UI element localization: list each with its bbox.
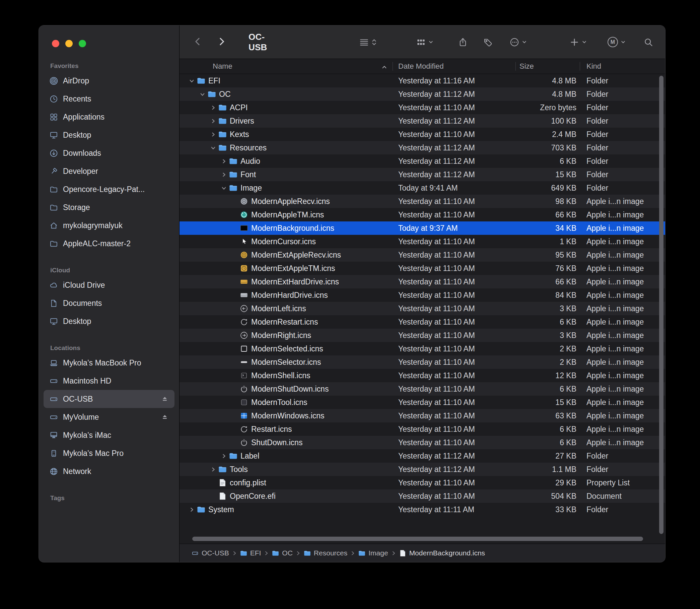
column-header-kind[interactable]: Kind [580,59,665,74]
close-button[interactable] [52,40,59,47]
column-header-date-modified[interactable]: Date Modified [392,59,515,74]
sidebar-item-applealc-master-2[interactable]: AppleALC-master-2 [43,234,175,253]
file-row-modernwindows-icns[interactable]: ModernWindows.icnsYesterday at 11:10 AM6… [179,409,665,422]
sidebar-item-downloads[interactable]: Downloads [43,144,175,162]
column-header-size[interactable]: Size [515,59,580,74]
tags-button[interactable] [483,37,493,47]
file-row-modernselected-icns[interactable]: ModernSelected.icnsYesterday at 11:10 AM… [179,342,665,355]
file-row-modernrestart-icns[interactable]: ModernRestart.icnsYesterday at 11:10 AM6… [179,315,665,329]
disk-icon [49,377,58,385]
zoom-button[interactable] [79,40,86,47]
file-row-oc[interactable]: OCYesterday at 11:12 AM4.8 MBFolder [179,87,665,101]
sidebar-item-mykola-s-macbook-pro[interactable]: Mykola’s MacBook Pro [43,354,175,372]
eject-icon[interactable] [160,413,169,421]
minimize-button[interactable] [65,40,73,47]
path-item-efi[interactable]: EFI [240,549,261,557]
file-row-shutdown-icns[interactable]: ShutDown.icnsYesterday at 11:10 AM6 KBAp… [179,436,665,449]
disclosure-triangle[interactable] [219,185,228,191]
path-item-modernbackground-icns[interactable]: ModernBackground.icns [399,549,485,557]
file-kind: Property List [580,476,665,489]
disclosure-triangle[interactable] [208,132,218,137]
file-row-opencore-efi[interactable]: OpenCore.efiYesterday at 11:10 AM504 KBD… [179,489,665,503]
sidebar-item-mykolagrymalyuk[interactable]: mykolagrymalyuk [43,216,175,234]
column-header-name[interactable]: Name [179,59,392,74]
file-row-modernapplerecv-icns[interactable]: ModernAppleRecv.icnsYesterday at 11:10 A… [179,195,665,208]
disclosure-triangle[interactable] [208,467,218,472]
sidebar-item-applications[interactable]: Applications [43,108,175,126]
folder-fill-icon [304,550,311,557]
sidebar-item-icloud-drive[interactable]: iCloud Drive [43,276,175,294]
file-row-moderncursor-icns[interactable]: ModernCursor.icnsYesterday at 11:10 AM1 … [179,235,665,248]
search-button[interactable] [644,37,653,47]
path-item-resources[interactable]: Resources [304,549,347,557]
file-kind: Folder [580,154,665,168]
disclosure-triangle[interactable] [187,78,196,84]
file-row-image[interactable]: ImageToday at 9:41 AM649 KBFolder [179,181,665,195]
file-size: 76 KB [515,262,580,275]
file-row-kexts[interactable]: KextsYesterday at 11:10 AM2.4 MBFolder [179,128,665,141]
disclosure-triangle[interactable] [187,507,196,512]
file-row-font[interactable]: FontYesterday at 11:12 AM15 KBFolder [179,168,665,181]
file-row-modernextharddrive-icns[interactable]: ModernExtHardDrive.icnsYesterday at 11:1… [179,275,665,289]
disclosure-triangle[interactable] [219,453,228,459]
disclosure-triangle[interactable] [208,145,218,151]
file-row-system[interactable]: SystemYesterday at 11:11 AM33 KBFolder [179,503,665,516]
sidebar-item-storage[interactable]: Storage [43,198,175,216]
forward-button[interactable] [216,36,226,48]
file-row-moderntool-icns[interactable]: ModernTool.icnsYesterday at 11:10 AM15 K… [179,396,665,409]
file-row-restart-icns[interactable]: Restart.icnsYesterday at 11:10 AM6 KBApp… [179,422,665,436]
file-row-modernappletm-icns[interactable]: ModernAppleTM.icnsYesterday at 11:10 AM6… [179,208,665,222]
disclosure-triangle[interactable] [208,118,218,124]
sidebar-item-documents[interactable]: Documents [43,294,175,312]
file-kind: Apple i...n image [580,369,665,382]
file-row-modernselector-icns[interactable]: ModernSelector.icnsYesterday at 11:10 AM… [179,355,665,369]
sidebar-item-macintosh-hd[interactable]: Macintosh HD [43,372,175,390]
disclosure-triangle[interactable] [198,91,207,97]
file-row-acpi[interactable]: ACPIYesterday at 11:10 AMZero bytesFolde… [179,101,665,114]
sidebar-item-oc-usb[interactable]: OC-USB [43,390,175,408]
file-row-modernharddrive-icns[interactable]: ModernHardDrive.icnsYesterday at 11:10 A… [179,289,665,302]
file-row-modernextapplerecv-icns[interactable]: ModernExtAppleRecv.icnsYesterday at 11:1… [179,248,665,262]
disk-icon [49,395,58,403]
path-item-oc[interactable]: OC [272,549,293,557]
file-row-config-plist[interactable]: config.plistYesterday at 11:10 AM29 KBPr… [179,476,665,489]
disclosure-triangle[interactable] [219,158,228,164]
share-button[interactable] [458,37,468,47]
vertical-scrollbar[interactable] [659,76,664,534]
add-button[interactable] [570,37,587,47]
file-row-modernextappletm-icns[interactable]: ModernExtAppleTM.icnsYesterday at 11:10 … [179,262,665,275]
path-item-image[interactable]: Image [358,549,388,557]
file-row-modernright-icns[interactable]: ModernRight.icnsYesterday at 11:10 AM3 K… [179,329,665,342]
path-item-oc-usb[interactable]: OC-USB [192,549,229,557]
disclosure-triangle[interactable] [208,105,218,110]
file-row-efi[interactable]: EFIYesterday at 11:16 AM4.8 MBFolder [179,74,665,87]
sidebar-item-mykola-s-imac[interactable]: Mykola’s iMac [43,426,175,444]
file-row-modernleft-icns[interactable]: ModernLeft.icnsYesterday at 11:10 AM3 KB… [179,302,665,315]
file-row-tools[interactable]: ToolsYesterday at 11:12 AM1.1 MBFolder [179,463,665,476]
file-kind: Apple i...n image [580,275,665,289]
file-row-resources[interactable]: ResourcesYesterday at 11:12 AM703 KBFold… [179,141,665,154]
file-row-label[interactable]: LabelYesterday at 11:12 AM27 KBFolder [179,449,665,463]
sidebar-item-airdrop[interactable]: AirDrop [43,72,175,90]
eject-icon[interactable] [160,395,169,403]
sidebar-item-mykola-s-mac-pro[interactable]: Mykola’s Mac Pro [43,444,175,462]
file-row-modernbackground-icns[interactable]: ModernBackground.icnsToday at 9:37 AM34 … [179,222,665,235]
sidebar-item-opencore-legacy-pat[interactable]: Opencore-Legacy-Pat... [43,180,175,198]
group-by-button[interactable] [416,37,433,47]
sidebar-item-myvolume[interactable]: MyVolume [43,408,175,426]
more-actions-button[interactable] [510,37,527,47]
file-row-modernshell-icns[interactable]: ModernShell.icnsYesterday at 11:10 AM12 … [179,369,665,382]
horizontal-scrollbar[interactable] [192,537,643,541]
view-options-button[interactable] [360,37,377,47]
sidebar-item-developer[interactable]: Developer [43,162,175,180]
sidebar-item-network[interactable]: Network [43,462,175,480]
sidebar-item-recents[interactable]: Recents [43,90,175,108]
file-row-drivers[interactable]: DriversYesterday at 11:12 AM100 KBFolder [179,114,665,128]
account-button[interactable]: M [608,37,626,47]
file-row-audio[interactable]: AudioYesterday at 11:12 AM6 KBFolder [179,154,665,168]
file-row-modernshutdown-icns[interactable]: ModernShutDown.icnsYesterday at 11:10 AM… [179,382,665,396]
sidebar-item-desktop[interactable]: Desktop [43,126,175,144]
back-button[interactable] [193,36,203,48]
disclosure-triangle[interactable] [219,172,228,177]
sidebar-item-desktop[interactable]: Desktop [43,312,175,330]
